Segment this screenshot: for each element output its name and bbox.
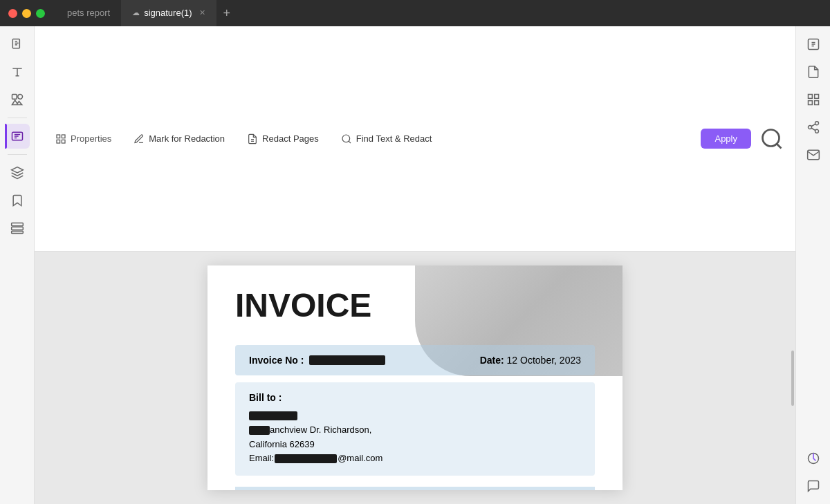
col-amount: Amount <box>522 487 595 490</box>
svg-line-32 <box>811 124 815 126</box>
sidebar-divider-2 <box>8 154 27 155</box>
svg-rect-4 <box>12 95 17 100</box>
toolbar: Properties Mark for Redaction Redact Pag… <box>35 26 795 252</box>
svg-line-20 <box>349 141 351 143</box>
sidebar-divider <box>8 118 27 118</box>
right-icon-document[interactable] <box>801 59 826 84</box>
svg-point-28 <box>815 122 818 125</box>
invoice-table: Item Description Qty Price Amount 1 Logo… <box>235 487 595 490</box>
svg-rect-27 <box>808 101 812 105</box>
content-wrapper: Properties Mark for Redaction Redact Pag… <box>35 26 795 504</box>
tab-label: pets report <box>67 8 110 18</box>
svg-rect-10 <box>11 223 23 226</box>
email-prefix-label: Email: <box>249 453 274 463</box>
svg-rect-24 <box>808 95 812 99</box>
svg-point-5 <box>17 95 22 100</box>
main-area: Properties Mark for Redaction Redact Pag… <box>0 26 830 504</box>
document-area[interactable]: INVOICE Invoice No : Date: 12 October, 2… <box>35 252 795 504</box>
invoice-number-redacted <box>309 355 385 365</box>
minimize-button[interactable] <box>22 9 31 18</box>
svg-rect-15 <box>62 140 65 143</box>
svg-line-31 <box>811 128 815 130</box>
email-suffix: @mail.com <box>338 453 382 463</box>
properties-label: Properties <box>71 133 111 144</box>
bill-to-content: anchview Dr. Richardson, California 6263… <box>249 409 581 466</box>
tab-bar: pets report ☁ signature(1) ✕ + <box>56 0 237 26</box>
svg-rect-16 <box>57 140 60 143</box>
address-redacted-1 <box>249 426 270 435</box>
find-text-redact-label: Find Text & Redact <box>356 133 432 144</box>
mark-icon <box>133 133 145 144</box>
left-sidebar <box>0 26 35 504</box>
sidebar-item-pages[interactable] <box>5 32 30 57</box>
right-icon-mail[interactable] <box>801 142 826 167</box>
sidebar-item-layers[interactable] <box>5 160 30 185</box>
tab-pets-report[interactable]: pets report <box>56 0 121 26</box>
sidebar-item-stack[interactable] <box>5 216 30 241</box>
email-redacted <box>275 454 337 463</box>
svg-rect-11 <box>11 227 23 230</box>
svg-point-29 <box>808 126 811 129</box>
sidebar-item-text[interactable] <box>5 59 30 84</box>
name-redacted <box>249 411 297 420</box>
tab-signature[interactable]: ☁ signature(1) ✕ <box>121 0 216 26</box>
date-section: Date: 12 October, 2023 <box>480 355 581 366</box>
maximize-button[interactable] <box>36 9 45 18</box>
close-button[interactable] <box>8 9 17 18</box>
scroll-indicator <box>791 351 794 406</box>
col-qty: Qty <box>417 487 463 490</box>
find-icon <box>341 133 352 144</box>
new-tab-button[interactable]: + <box>216 0 238 26</box>
properties-icon <box>55 133 66 144</box>
apply-button[interactable]: Apply <box>701 129 751 149</box>
tab-close-icon[interactable]: ✕ <box>199 8 205 17</box>
right-icon-share[interactable] <box>801 115 826 140</box>
search-button[interactable] <box>759 127 784 151</box>
svg-rect-25 <box>814 95 818 99</box>
sidebar-item-redact[interactable] <box>5 124 30 149</box>
col-price: Price <box>463 487 522 490</box>
sidebar-item-bookmarks[interactable] <box>5 188 30 213</box>
mark-redaction-label: Mark for Redaction <box>149 133 225 144</box>
invoice-info-row: Invoice No : Date: 12 October, 2023 <box>235 345 595 375</box>
invoice-content: INVOICE Invoice No : Date: 12 October, 2… <box>208 265 622 490</box>
traffic-lights <box>0 9 45 18</box>
right-sidebar-bottom <box>801 446 826 498</box>
redact-pages-button[interactable]: Redact Pages <box>237 129 329 149</box>
svg-rect-14 <box>62 135 65 138</box>
svg-point-21 <box>763 129 780 146</box>
right-icon-color[interactable] <box>801 446 826 471</box>
invoice-title: INVOICE <box>235 286 595 324</box>
invoice-document: INVOICE Invoice No : Date: 12 October, 2… <box>208 265 622 490</box>
search-icon <box>759 127 784 151</box>
invoice-no-label: Invoice No : <box>249 355 304 366</box>
right-sidebar <box>795 26 830 504</box>
bill-to-section: Bill to : anchview Dr. Richardson, Calif… <box>235 382 595 476</box>
active-indicator <box>5 124 7 149</box>
svg-rect-0 <box>12 39 19 48</box>
address-line1: anchview Dr. Richardson, <box>270 424 371 435</box>
pages-icon <box>247 133 258 144</box>
col-item: Item <box>235 487 286 490</box>
sidebar-item-shapes[interactable] <box>5 87 30 112</box>
date-label: Date: <box>480 355 504 366</box>
svg-rect-26 <box>814 101 818 105</box>
svg-point-19 <box>342 135 350 142</box>
address-line2: California 62639 <box>249 438 581 452</box>
svg-rect-13 <box>57 135 60 138</box>
right-icon-chat[interactable] <box>801 474 826 498</box>
titlebar: pets report ☁ signature(1) ✕ + <box>0 0 830 26</box>
svg-point-30 <box>815 129 818 133</box>
mark-redaction-button[interactable]: Mark for Redaction <box>124 129 234 149</box>
cloud-icon: ☁ <box>132 8 140 17</box>
right-icon-grid[interactable] <box>801 87 826 112</box>
table-header-row: Item Description Qty Price Amount <box>235 487 595 490</box>
right-icon-export[interactable] <box>801 32 826 57</box>
invoice-number-section: Invoice No : <box>249 355 385 366</box>
redact-pages-label: Redact Pages <box>262 133 319 144</box>
tab-label: signature(1) <box>144 8 192 18</box>
col-description: Description <box>286 487 417 490</box>
find-text-redact-button[interactable]: Find Text & Redact <box>331 129 442 149</box>
svg-line-22 <box>777 143 782 148</box>
properties-button[interactable]: Properties <box>46 129 121 149</box>
